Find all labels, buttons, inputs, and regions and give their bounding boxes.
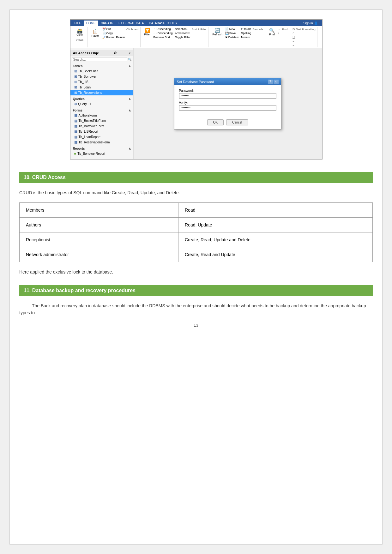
tables-section: Tables ∧ ⊞ Tb_BooksTitle ⊞ Tb_Borrower ⊞… xyxy=(70,63,133,96)
reservationsform-label: Tb_ReservationsForm xyxy=(79,141,110,144)
sidebar-item-lisreport[interactable]: ▦ Tb_LISReport xyxy=(70,129,133,134)
forms-section: Forms ∧ ▦ AuthorsForm ▦ Tb_BooksTitleFor… xyxy=(70,107,133,146)
refresh-label: Refresh xyxy=(212,33,222,36)
paste-button[interactable]: 📋 Paste xyxy=(90,28,100,38)
loan-label: Tb_Loan xyxy=(78,86,91,89)
tab-external[interactable]: EXTERNAL DATA xyxy=(116,21,146,26)
sidebar-item-loanreport[interactable]: ▦ Tb_LoanReport xyxy=(70,134,133,140)
table-row: Members Read xyxy=(20,203,373,218)
table-icon-reservations: ⊞ xyxy=(74,91,77,95)
table-icon-loan: ⊞ xyxy=(74,85,77,89)
underline-button[interactable]: U xyxy=(292,35,296,39)
sidebar-item-query1[interactable]: ⊕ Query · 1 xyxy=(70,101,133,107)
reports-collapse-icon[interactable]: ∧ xyxy=(129,147,131,150)
sidebar-item-reservationsform[interactable]: ▦ Tb_ReservationsForm xyxy=(70,140,133,145)
advanced-button[interactable]: Advanced ▾ xyxy=(174,31,191,35)
borrowerreport-label: Tb_BorrowerReport xyxy=(77,152,105,155)
access-network-admin: Create, Read and Update xyxy=(178,247,373,262)
arrow-right-icon: → xyxy=(278,27,281,31)
ascending-button[interactable]: ↑ ↑ Ascending xyxy=(153,27,174,31)
section11-body: The Back and recovery plan in database s… xyxy=(19,302,373,316)
sidebar-settings-icon[interactable]: ⊙ xyxy=(114,51,117,55)
dialog-ok-button[interactable]: OK xyxy=(207,119,224,125)
view-button[interactable]: 🗃️ View xyxy=(75,28,84,38)
sidebar-item-borrower[interactable]: ⊞ Tb_Borrower xyxy=(70,74,133,79)
find-navigate[interactable]: → xyxy=(277,27,282,31)
ascending-icon: ↑ xyxy=(154,27,155,31)
records-section: 🔄 Refresh 📄 New 💾 Save ✖ Delete ▾ xyxy=(209,27,265,47)
tab-file[interactable]: FILE xyxy=(72,21,84,26)
ribbon-group-views: 🗃️ View Views xyxy=(72,27,88,47)
sidebar-collapse-icon[interactable]: « xyxy=(129,51,130,55)
spelling-button[interactable]: Spelling xyxy=(240,31,252,35)
queries-collapse-icon[interactable]: ∧ xyxy=(129,97,131,101)
find-nav2[interactable]: ↓ xyxy=(277,31,282,35)
selection-button[interactable]: Selection - xyxy=(174,27,191,31)
clipboard-label: Clipboard xyxy=(126,28,139,31)
copy-icon: 📄 xyxy=(102,32,106,35)
find-button[interactable]: 🔍 Find xyxy=(267,27,277,37)
delete-button[interactable]: ✖ Delete ▾ xyxy=(224,35,240,39)
descending-button[interactable]: ↓ ↓ Descending xyxy=(153,31,174,35)
loanreport-label: Tb_LoanReport xyxy=(79,135,101,139)
reports-label: Reports xyxy=(73,147,85,150)
cut-button[interactable]: ✂️ Cut xyxy=(101,27,126,31)
dialog-close-button[interactable]: × xyxy=(274,80,279,84)
sidebar-item-lis[interactable]: ⊞ Tb_LIS xyxy=(70,79,133,85)
tab-create[interactable]: CREATE xyxy=(98,21,116,26)
text-format-label: Text Formatting xyxy=(296,28,316,31)
query-icon: ⊕ xyxy=(74,102,77,106)
totals-button[interactable]: Σ Totals xyxy=(240,27,252,31)
reports-section-header[interactable]: Reports ∧ xyxy=(70,146,133,151)
italic-button[interactable]: I xyxy=(292,31,296,35)
bold-button[interactable]: B xyxy=(292,27,296,31)
new-record-button[interactable]: 📄 New xyxy=(224,27,240,31)
verify-input[interactable] xyxy=(179,105,276,111)
paste-icon: 📋 xyxy=(93,29,98,34)
text-formatting-section: B I U ≡ ≡ Text Formatting xyxy=(290,27,317,47)
page-container: FILE HOME CREATE EXTERNAL DATA DATABASE … xyxy=(9,9,383,545)
tables-collapse-icon[interactable]: ∧ xyxy=(129,64,131,68)
sidebar-item-borrowerform[interactable]: ▦ Tb_BorrowerForm xyxy=(70,123,133,129)
sidebar-item-bookstitle[interactable]: ⊞ Tb_BooksTitle xyxy=(70,69,133,74)
tables-section-header[interactable]: Tables ∧ xyxy=(70,64,133,69)
toggle-filter-button[interactable]: Toggle Filter xyxy=(174,35,191,39)
tab-home[interactable]: HOME xyxy=(84,21,98,26)
format-painter-button[interactable]: 🖌️ Format Painter xyxy=(101,35,126,39)
tab-database-tools[interactable]: DATABASE TOOLS xyxy=(146,21,179,26)
sidebar-item-bookstitleform[interactable]: ▦ Tb_BooksTitleForm xyxy=(70,118,133,123)
dialog-question-button[interactable]: ? xyxy=(268,80,273,84)
bookstitleform-label: Tb_BooksTitleForm xyxy=(79,119,106,123)
sign-in-icon: 👤 xyxy=(314,21,318,25)
queries-section-header[interactable]: Queries ∧ xyxy=(70,97,133,101)
form-icon-borrower: ▦ xyxy=(74,124,77,128)
dialog-title: Set Database Password xyxy=(177,80,214,84)
role-network-admin: Network administrator xyxy=(20,247,178,262)
align-left-button[interactable]: ≡ xyxy=(292,39,296,43)
sign-in-label[interactable]: Sign in xyxy=(303,21,313,25)
sidebar-item-loan[interactable]: ⊞ Tb_Loan xyxy=(70,85,133,90)
copy-button[interactable]: 📄 Copy xyxy=(101,31,126,35)
sidebar-item-authorsform[interactable]: ▦ AuthorsForm xyxy=(70,113,133,118)
forms-section-header[interactable]: Forms ∧ xyxy=(70,108,133,113)
dialog-cancel-button[interactable]: Cancel xyxy=(226,119,248,125)
search-input[interactable] xyxy=(72,57,127,62)
sidebar-header: All Access Obje... ⊙ « xyxy=(70,50,133,56)
form-icon-authors: ▦ xyxy=(74,113,77,117)
sidebar-item-borrowerreport[interactable]: ■ Tb_BorrowerReport xyxy=(70,151,133,156)
sidebar-title: All Access Obje... xyxy=(73,51,102,55)
forms-collapse-icon[interactable]: ∧ xyxy=(129,109,131,112)
remove-sort-button[interactable]: Remove Sort xyxy=(153,35,174,39)
verify-label: Verify: xyxy=(179,101,276,105)
align-right-button[interactable]: ≡ xyxy=(292,44,296,47)
main-content-area: Set Database Password ? × Password: xyxy=(134,48,322,159)
table-row: Network administrator Create, Read and U… xyxy=(20,247,373,262)
refresh-button[interactable]: 🔄 Refresh xyxy=(211,27,224,37)
sidebar-item-reservations[interactable]: ⊞ Tb_Reservations xyxy=(70,90,133,95)
more-button[interactable]: More ▾ xyxy=(240,35,252,39)
filter-button[interactable]: 🔽 Filter xyxy=(143,27,152,37)
password-input[interactable] xyxy=(179,93,276,99)
save-button[interactable]: 💾 Save xyxy=(224,31,240,35)
role-receptionist: Receptionist xyxy=(20,232,178,247)
role-authors: Authors xyxy=(20,218,178,232)
